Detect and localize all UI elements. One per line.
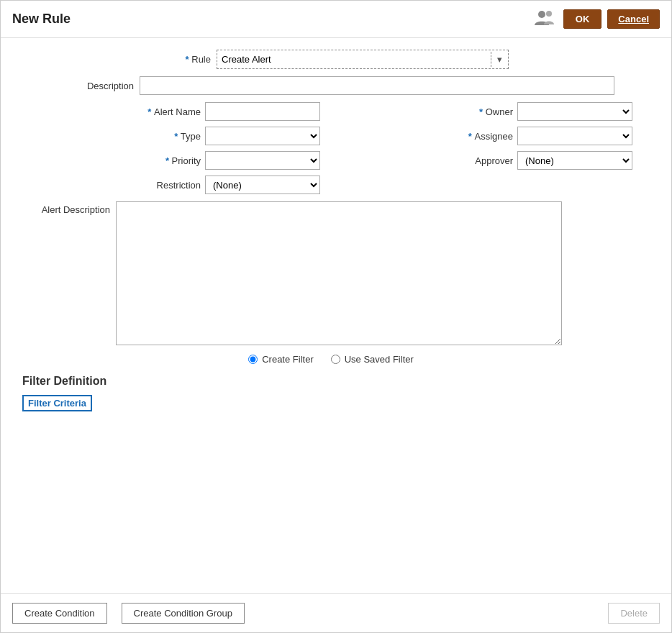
filter-definition-section: Filter Definition Filter Criteria [15, 375, 647, 411]
description-label: Description [47, 81, 134, 91]
restriction-label: Restriction [143, 180, 201, 191]
assignee-field: * Assignee [342, 127, 632, 145]
priority-select-wrapper [205, 151, 320, 170]
owner-select-wrapper [517, 102, 632, 121]
type-field: * Type [29, 127, 320, 145]
type-select[interactable] [206, 127, 319, 145]
restriction-select[interactable]: (None) [206, 176, 319, 193]
restriction-field: Restriction (None) [29, 176, 320, 194]
create-condition-group-button[interactable]: Create Condition Group [122, 603, 245, 624]
type-required: * [174, 131, 181, 142]
filter-radios: Create Filter Use Saved Filter [15, 354, 647, 365]
approver-select-wrapper: (None) [517, 151, 632, 170]
alert-name-label: * Alert Name [143, 106, 201, 117]
alert-description-label: Alert Description [29, 201, 116, 215]
assignee-select-wrapper [517, 127, 632, 145]
create-condition-button[interactable]: Create Condition [12, 603, 107, 624]
restriction-select-wrapper: (None) [205, 176, 320, 194]
filter-definition-title: Filter Definition [22, 375, 640, 388]
rule-input[interactable] [217, 53, 491, 66]
use-saved-filter-label: Use Saved Filter [345, 354, 414, 365]
use-saved-filter-radio-label[interactable]: Use Saved Filter [331, 354, 414, 365]
rule-required: * [186, 54, 192, 65]
assignee-select[interactable] [518, 127, 632, 145]
approver-label: Approver [455, 155, 513, 166]
svg-point-1 [546, 11, 552, 17]
use-saved-filter-radio[interactable] [331, 355, 340, 364]
rule-label: * Rule [153, 54, 211, 65]
owner-label: * Owner [455, 106, 513, 117]
owner-select[interactable] [518, 103, 632, 120]
alert-name-field: * Alert Name [29, 102, 320, 121]
content-area[interactable]: * Rule ▾ Description * Al [1, 38, 671, 593]
rule-select-wrapper: ▾ [217, 50, 509, 69]
cancel-button[interactable]: Cancel [607, 9, 660, 29]
spacer [15, 411, 647, 498]
priority-required: * [165, 155, 172, 166]
description-input[interactable] [140, 76, 614, 95]
header-actions: OK Cancel [532, 8, 660, 30]
type-select-wrapper [205, 127, 320, 145]
alert-description-row: Alert Description [15, 201, 647, 345]
priority-select[interactable] [206, 152, 319, 169]
type-label: * Type [143, 131, 201, 142]
svg-point-0 [538, 11, 545, 18]
alert-name-input[interactable] [205, 102, 320, 121]
alert-description-textarea[interactable] [116, 201, 562, 345]
description-row: Description [15, 76, 647, 95]
approver-field: Approver (None) [342, 151, 632, 170]
approver-select[interactable]: (None) [518, 152, 632, 169]
create-filter-radio-label[interactable]: Create Filter [248, 354, 314, 365]
ok-button[interactable]: OK [563, 9, 602, 29]
page-title: New Rule [12, 12, 71, 27]
user-icon[interactable] [532, 8, 558, 30]
page-wrapper: New Rule OK Cancel * [0, 0, 672, 633]
content-inner: * Rule ▾ Description * Al [15, 50, 657, 498]
bottom-bar: Create Condition Create Condition Group … [1, 593, 671, 632]
filter-criteria-link[interactable]: Filter Criteria [22, 395, 92, 411]
delete-button: Delete [608, 603, 660, 624]
fields-grid: * Alert Name * Owner [15, 102, 647, 194]
rule-label-text: Rule [191, 54, 211, 65]
owner-field: * Owner [342, 102, 632, 121]
create-filter-label: Create Filter [262, 354, 314, 365]
rule-dropdown-arrow[interactable]: ▾ [491, 52, 508, 67]
empty-cell [342, 176, 632, 194]
rule-row: * Rule ▾ [15, 50, 647, 69]
alert-name-required: * [147, 106, 154, 117]
assignee-label: * Assignee [455, 131, 513, 142]
priority-label: * Priority [143, 155, 201, 166]
priority-field: * Priority [29, 151, 320, 170]
assignee-required: * [468, 131, 475, 142]
create-filter-radio[interactable] [248, 355, 258, 364]
owner-required: * [479, 106, 486, 117]
header: New Rule OK Cancel [1, 1, 671, 38]
